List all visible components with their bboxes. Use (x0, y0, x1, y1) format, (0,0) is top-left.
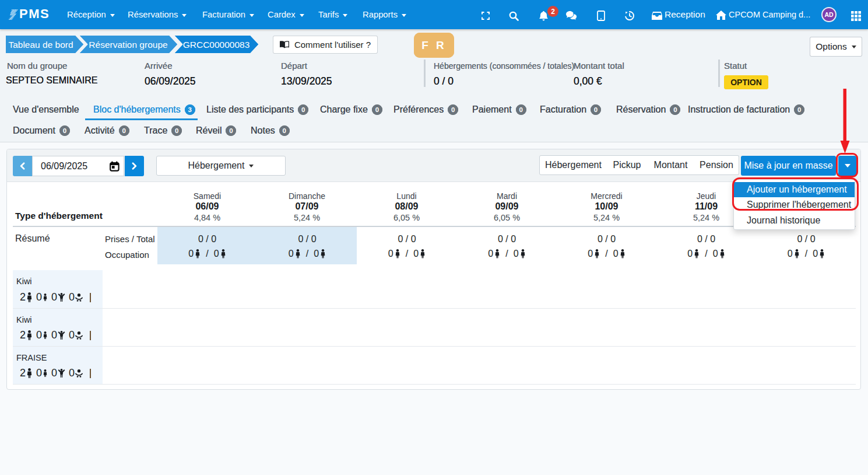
svg-text:GRCC00000083: GRCC00000083 (183, 40, 250, 50)
svg-text:Réservation groupe: Réservation groupe (89, 40, 167, 50)
svg-text:Tableau de bord: Tableau de bord (8, 40, 73, 50)
